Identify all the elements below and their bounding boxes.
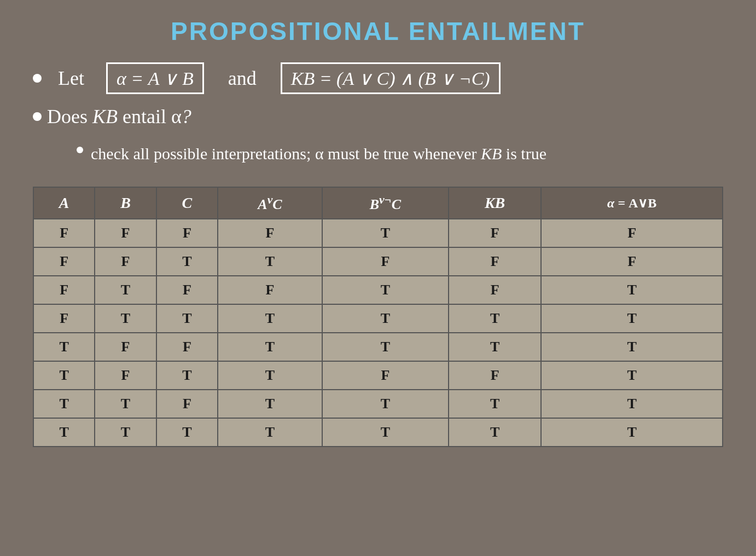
table-row: TFFTTTT	[33, 333, 723, 361]
table-cell: F	[156, 333, 218, 361]
table-cell: F	[156, 219, 218, 247]
page-title: PROPOSITIONAL ENTAILMENT	[33, 16, 723, 46]
table-cell: T	[541, 390, 723, 418]
table-row: FFFFTFF	[33, 219, 723, 247]
table-cell: T	[322, 304, 449, 333]
table-header-row: A B C AvC Bv¬C KB α = A∨B	[33, 187, 723, 219]
table-cell: F	[95, 361, 156, 390]
bullet-dot-2	[33, 112, 42, 121]
table-cell: T	[33, 418, 95, 447]
table-cell: F	[95, 219, 156, 247]
table-cell: T	[33, 390, 95, 418]
col-header-alpha: α = A∨B	[541, 187, 723, 219]
table-cell: T	[156, 418, 218, 447]
table-cell: T	[322, 276, 449, 304]
table-cell: T	[95, 276, 156, 304]
col-header-AVC: AvC	[218, 187, 322, 219]
table-cell: F	[33, 276, 95, 304]
table-cell: F	[449, 219, 542, 247]
and-label: and	[228, 67, 257, 90]
col-header-B: B	[95, 187, 156, 219]
table-cell: F	[322, 361, 449, 390]
table-cell: F	[449, 361, 542, 390]
table-cell: F	[218, 219, 322, 247]
table-cell: T	[449, 304, 542, 333]
let-label: Let	[58, 67, 84, 90]
bullet-1-row: Let α = A ∨ B and KB = (A ∨ C) ∧ (B ∨ ¬C…	[33, 62, 723, 94]
table-cell: T	[218, 390, 322, 418]
alpha-formula: α = A ∨ B	[106, 62, 204, 94]
table-body: FFFFTFFFFTTFFFFTFFTFTFTTTTTTTFFTTTTTFTTF…	[33, 219, 723, 447]
table-cell: T	[541, 361, 723, 390]
col-header-A: A	[33, 187, 95, 219]
col-header-C: C	[156, 187, 218, 219]
table-cell: F	[156, 390, 218, 418]
kb-formula-text: KB = (A ∨ C) ∧ (B ∨ ¬C)	[291, 68, 490, 89]
table-cell: F	[33, 304, 95, 333]
table-cell: T	[541, 418, 723, 447]
table-cell: T	[322, 333, 449, 361]
table-cell: T	[95, 418, 156, 447]
bullet-2-row: Does KB entail α?	[33, 105, 723, 128]
table-cell: T	[218, 361, 322, 390]
does-label: Does KB entail α?	[47, 105, 191, 128]
table-cell: F	[33, 247, 95, 276]
table-cell: T	[541, 276, 723, 304]
table-row: FFTTFFF	[33, 247, 723, 276]
bullet-dot-1	[33, 74, 42, 83]
table-cell: T	[95, 304, 156, 333]
table-cell: F	[449, 247, 542, 276]
table-cell: T	[33, 333, 95, 361]
col-header-KB: KB	[449, 187, 542, 219]
table-row: TFTTFFT	[33, 361, 723, 390]
table-cell: T	[33, 361, 95, 390]
table-cell: T	[218, 247, 322, 276]
table-cell: T	[95, 390, 156, 418]
table-cell: F	[218, 276, 322, 304]
table-cell: T	[449, 390, 542, 418]
table-cell: T	[322, 390, 449, 418]
table-cell: T	[218, 418, 322, 447]
truth-table-container: A B C AvC Bv¬C KB α = A∨B FFFFTFFFFTTFFF…	[33, 187, 723, 447]
table-cell: F	[541, 247, 723, 276]
table-row: TTFTTTT	[33, 390, 723, 418]
sub-bullet-dot	[77, 147, 83, 153]
table-cell: T	[322, 418, 449, 447]
table-cell: F	[322, 247, 449, 276]
table-cell: F	[156, 276, 218, 304]
table-cell: T	[322, 219, 449, 247]
table-row: FTTTTTT	[33, 304, 723, 333]
sub-bullet-row: check all possible interpretations; α mu…	[77, 141, 723, 166]
table-cell: T	[541, 333, 723, 361]
col-header-BVNC: Bv¬C	[322, 187, 449, 219]
sub-bullet-text: check all possible interpretations; α mu…	[91, 141, 546, 166]
alpha-formula-text: α = A ∨ B	[117, 68, 194, 89]
table-cell: T	[156, 304, 218, 333]
table-cell: T	[218, 333, 322, 361]
table-cell: T	[449, 333, 542, 361]
table-cell: F	[541, 219, 723, 247]
table-cell: T	[156, 361, 218, 390]
table-cell: T	[218, 304, 322, 333]
table-cell: F	[95, 333, 156, 361]
truth-table: A B C AvC Bv¬C KB α = A∨B FFFFTFFFFTTFFF…	[33, 187, 723, 447]
table-cell: T	[449, 418, 542, 447]
table-row: FTFFTFT	[33, 276, 723, 304]
kb-formula: KB = (A ∨ C) ∧ (B ∨ ¬C)	[281, 62, 501, 94]
table-cell: T	[541, 304, 723, 333]
table-cell: T	[156, 247, 218, 276]
table-row: TTTTTTT	[33, 418, 723, 447]
table-cell: F	[449, 276, 542, 304]
table-cell: F	[33, 219, 95, 247]
table-cell: F	[95, 247, 156, 276]
